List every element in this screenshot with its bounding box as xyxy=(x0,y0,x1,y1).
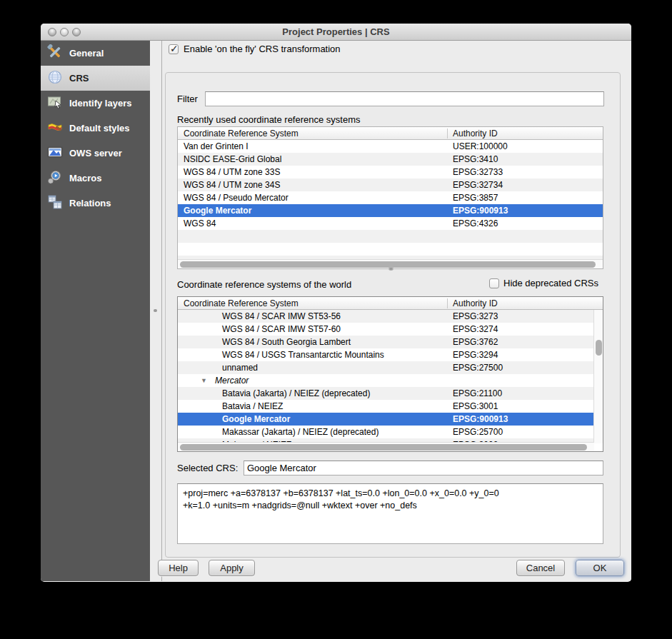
sidebar-item-macros[interactable]: Macros xyxy=(41,166,150,191)
enable-otf-checkbox[interactable] xyxy=(169,44,179,54)
sidebar-item-label: Relations xyxy=(69,198,111,208)
table-row[interactable]: unnamed EPSG:27500 xyxy=(178,361,595,374)
hide-deprecated-row: Hide deprecated CRSs xyxy=(489,278,598,288)
horizontal-scrollbar[interactable] xyxy=(178,442,594,451)
scrollbar-thumb[interactable] xyxy=(180,444,587,451)
scrollbar-thumb[interactable] xyxy=(596,340,602,356)
table-row[interactable]: Makassar (Jakarta) / NEIEZ (deprecated) … xyxy=(178,426,595,438)
table-row-group-mercator[interactable]: ▼ Mercator xyxy=(178,374,595,387)
filter-label: Filter xyxy=(177,94,198,104)
globe-icon xyxy=(47,69,63,87)
world-table-rows: WGS 84 / SCAR IMW ST53-56 EPSG:3273 WGS … xyxy=(178,310,595,443)
crs-panel: Enable 'on the fly' CRS transformation F… xyxy=(162,41,631,581)
sidebar-item-label: Identify layers xyxy=(69,98,131,109)
table-row[interactable]: WGS 84 / UTM zone 33S EPSG:32733 xyxy=(178,166,603,178)
minimize-button[interactable] xyxy=(60,28,69,36)
splitter-handle-icon[interactable] xyxy=(154,309,157,312)
hide-deprecated-label: Hide deprecated CRSs xyxy=(503,278,598,288)
table-row-selected[interactable]: Google Mercator EPSG:900913 xyxy=(178,204,603,217)
proj4-definition-textarea[interactable]: +proj=merc +a=6378137 +b=6378137 +lat_ts… xyxy=(177,483,603,544)
sidebar-item-label: General xyxy=(69,48,104,59)
scrollbar-thumb[interactable] xyxy=(180,261,596,268)
identify-layers-icon xyxy=(47,94,63,112)
sidebar-item-identify-layers[interactable]: Identify layers xyxy=(41,91,150,116)
selected-crs-input[interactable] xyxy=(244,461,603,476)
header-divider[interactable] xyxy=(447,298,448,308)
sidebar-item-label: CRS xyxy=(69,73,89,84)
ows-server-icon xyxy=(47,144,63,162)
sidebar-item-crs[interactable]: CRS xyxy=(41,66,150,91)
hide-deprecated-checkbox[interactable] xyxy=(489,278,499,288)
header-authority-id[interactable]: Authority ID xyxy=(453,127,498,140)
header-divider[interactable] xyxy=(447,129,448,139)
sidebar-item-label: Macros xyxy=(69,173,102,183)
tools-icon xyxy=(47,44,63,62)
filter-input[interactable] xyxy=(205,91,604,106)
header-authority-id[interactable]: Authority ID xyxy=(453,297,498,310)
apply-button[interactable]: Apply xyxy=(209,560,255,576)
sidebar-item-ows-server[interactable]: OWS server xyxy=(41,141,150,166)
sidebar-item-label: OWS server xyxy=(69,148,122,159)
project-properties-window: Project Properties | CRS General CRS Ide… xyxy=(41,24,631,582)
sidebar-item-label: Default styles xyxy=(69,123,130,134)
table-row-empty xyxy=(178,243,603,256)
world-crs-label: Coordinate reference systems of the worl… xyxy=(177,279,351,290)
table-row[interactable]: WGS 84 / UTM zone 34S EPSG:32734 xyxy=(178,178,603,191)
table-row[interactable]: WGS 84 / Pseudo Mercator EPSG:3857 xyxy=(178,191,603,204)
sidebar-item-default-styles[interactable]: Default styles xyxy=(41,116,150,141)
table-row[interactable]: NSIDC EASE-Grid Global EPSG:3410 xyxy=(178,153,603,166)
table-row[interactable]: WGS 84 / SCAR IMW ST57-60 EPSG:3274 xyxy=(178,323,595,336)
table-row[interactable]: WGS 84 / South Georgia Lambert EPSG:3762 xyxy=(178,336,595,348)
sidebar: General CRS Identify layers Default styl… xyxy=(41,41,150,581)
table-row-selected[interactable]: Google Mercator EPSG:900913 xyxy=(178,413,595,426)
table-row[interactable]: Batavia / NEIEZ EPSG:3001 xyxy=(178,400,595,413)
window-title: Project Properties | CRS xyxy=(41,24,631,41)
table-row[interactable]: WGS 84 / USGS Transantarctic Mountains E… xyxy=(178,348,595,361)
macros-icon xyxy=(47,169,63,187)
close-button[interactable] xyxy=(48,28,56,36)
relations-icon xyxy=(47,194,63,212)
disclosure-triangle-icon[interactable]: ▼ xyxy=(201,374,207,387)
table-row[interactable]: Batavia (Jakarta) / NEIEZ (deprecated) E… xyxy=(178,387,595,400)
sidebar-item-relations[interactable]: Relations xyxy=(41,191,150,216)
table-row[interactable]: Van der Grinten I USER:100000 xyxy=(178,140,603,153)
ok-button[interactable]: OK xyxy=(576,560,624,576)
vertical-scrollbar[interactable] xyxy=(593,310,603,443)
recent-crs-label: Recently used coordinate reference syste… xyxy=(177,114,361,125)
header-crs-name[interactable]: Coordinate Reference System xyxy=(184,127,299,140)
selected-crs-label: Selected CRS: xyxy=(177,463,238,473)
crs-groupbox: Filter Recently used coordinate referenc… xyxy=(165,72,621,558)
recent-crs-table: Coordinate Reference System Authority ID… xyxy=(177,126,603,269)
cancel-button[interactable]: Cancel xyxy=(516,560,565,576)
enable-otf-label: Enable 'on the fly' CRS transformation xyxy=(184,44,341,54)
world-table-header: Coordinate Reference System Authority ID xyxy=(178,297,603,310)
sidebar-splitter[interactable] xyxy=(150,41,162,581)
table-row[interactable]: WGS 84 EPSG:4326 xyxy=(178,217,603,230)
zoom-button[interactable] xyxy=(72,28,81,36)
styles-icon xyxy=(47,119,63,137)
header-crs-name[interactable]: Coordinate Reference System xyxy=(184,297,299,310)
help-button[interactable]: Help xyxy=(158,560,199,576)
tables-splitter-handle[interactable] xyxy=(388,267,393,271)
enable-otf-row: Enable 'on the fly' CRS transformation xyxy=(169,44,341,54)
sidebar-item-general[interactable]: General xyxy=(41,41,150,66)
title-bar[interactable]: Project Properties | CRS xyxy=(41,24,631,41)
table-row-empty xyxy=(178,230,603,243)
world-crs-table: Coordinate Reference System Authority ID… xyxy=(177,296,603,452)
recent-table-rows: Van der Grinten I USER:100000 NSIDC EASE… xyxy=(178,140,603,268)
table-row[interactable]: WGS 84 / SCAR IMW ST53-56 EPSG:3273 xyxy=(178,310,595,323)
recent-table-header: Coordinate Reference System Authority ID xyxy=(178,127,603,140)
